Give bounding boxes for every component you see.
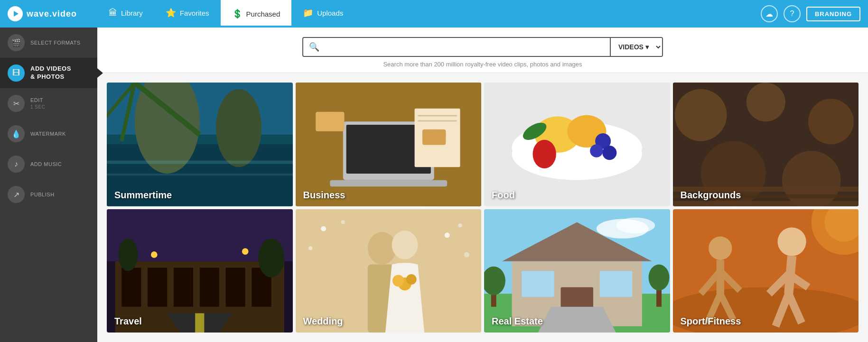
svg-point-30 [590,144,603,157]
svg-marker-78 [538,306,616,333]
tab-uploads[interactable]: 📁 Uploads [291,0,355,28]
grid-item-real-estate[interactable]: Real Estate [484,209,670,333]
svg-point-85 [709,236,732,259]
svg-point-29 [602,146,616,160]
grid-item-sport-fitness-label: Sport/Fitness [681,316,741,327]
search-row: 🔍 VIDEOS ▾ PHOTOS ALL [302,37,663,57]
search-icon: 🔍 [303,42,325,52]
tab-library-label: Library [121,9,143,17]
logo-text: wave.video [27,9,77,19]
header: wave.video 🏛 Library ⭐ Favorites 💲 Purch… [0,0,868,28]
grid-item-travel[interactable]: Travel [107,209,293,333]
svg-point-71 [616,217,655,233]
sidebar-item-add-videos[interactable]: 🎞 ADD VIDEOS& PHOTOS [0,58,97,88]
svg-rect-47 [226,268,245,306]
branding-button[interactable]: BRANDING [806,7,860,21]
grid-item-food-label: Food [492,190,515,201]
svg-rect-43 [121,268,141,306]
svg-point-27 [533,140,556,168]
svg-point-68 [392,275,404,287]
tab-purchased-label: Purchased [246,10,280,18]
sidebar-item-select-formats[interactable]: 🎬 SELECT FORMATS [0,28,97,58]
grid-item-sport-fitness[interactable]: Sport/Fitness [673,209,859,333]
help-button[interactable]: ? [784,5,801,22]
svg-rect-14 [330,180,447,187]
media-grid: Summertime [97,73,868,342]
add-videos-icon: 🎞 [8,65,25,82]
tab-purchased[interactable]: 💲 Purchased [221,0,292,28]
nav-tabs: 🏛 Library ⭐ Favorites 💲 Purchased 📁 Uplo… [97,0,355,28]
tab-favorites[interactable]: ⭐ Favorites [154,0,221,28]
svg-point-4 [216,89,261,167]
svg-point-55 [242,248,249,255]
purchased-icon: 💲 [232,9,243,19]
grid-item-summertime[interactable]: Summertime [107,83,293,206]
watermark-icon: 💧 [8,125,25,142]
svg-rect-16 [418,115,457,117]
svg-point-60 [321,226,326,231]
favorites-icon: ⭐ [166,8,176,18]
grid-item-business-label: Business [303,190,345,201]
grid-item-summertime-label: Summertime [114,190,172,201]
grid-item-travel-label: Travel [114,316,142,327]
svg-rect-44 [148,268,167,306]
svg-point-64 [308,246,312,250]
svg-rect-9 [107,174,293,176]
add-music-icon: ♪ [8,156,25,173]
svg-point-59 [392,231,418,259]
search-type-select[interactable]: VIDEOS ▾ PHOTOS ALL [610,38,662,56]
sidebar-item-edit-label: EDIT1 sec [30,97,45,111]
svg-point-50 [258,238,284,277]
grid-item-backgrounds[interactable]: Backgrounds [673,83,859,206]
header-right: ☁ ? BRANDING [761,5,868,22]
logo-icon [8,6,23,21]
svg-point-91 [777,227,806,256]
grid-item-food[interactable]: Food [484,83,670,206]
sidebar-item-publish-label: PUBLISH [30,191,55,198]
svg-point-51 [118,238,138,271]
svg-point-34 [746,83,785,121]
grid-item-real-estate-label: Real Estate [492,316,543,327]
svg-rect-40 [673,201,859,206]
sidebar-item-add-videos-label: ADD VIDEOS& PHOTOS [30,65,71,81]
grid-item-wedding-label: Wedding [303,316,343,327]
cloud-button[interactable]: ☁ [761,5,778,22]
svg-point-61 [341,220,345,224]
edit-icon: ✂ [8,95,25,112]
svg-point-82 [649,264,670,290]
logo-area: wave.video [0,6,97,21]
svg-point-67 [406,274,416,285]
sidebar-item-edit[interactable]: ✂ EDIT1 sec [0,88,97,119]
select-formats-icon: 🎬 [8,34,25,51]
svg-rect-21 [422,129,446,145]
svg-rect-46 [200,268,219,306]
tab-library[interactable]: 🏛 Library [97,0,154,28]
search-hint: Search more than 200 million royalty-fre… [383,61,582,68]
svg-point-62 [444,232,449,238]
grid-item-wedding[interactable]: Wedding [296,209,482,333]
svg-rect-19 [316,112,344,131]
sidebar-item-watermark[interactable]: 💧 WATERMARK [0,119,97,149]
library-icon: 🏛 [109,8,117,18]
sidebar-item-publish[interactable]: ↗ PUBLISH [0,179,97,210]
svg-rect-17 [418,120,457,122]
svg-point-57 [367,231,396,264]
svg-point-35 [808,99,853,144]
main-layout: 🎬 SELECT FORMATS 🎞 ADD VIDEOS& PHOTOS ✂ … [0,28,868,342]
svg-point-65 [464,252,469,257]
sidebar-item-watermark-label: WATERMARK [30,130,66,137]
tab-uploads-label: Uploads [317,9,343,17]
svg-point-54 [151,251,158,258]
tab-favorites-label: Favorites [180,9,209,17]
search-area: 🔍 VIDEOS ▾ PHOTOS ALL Search more than 2… [97,28,868,73]
uploads-icon: 📁 [303,8,313,18]
svg-rect-45 [174,268,193,306]
svg-rect-76 [522,271,554,297]
grid-item-backgrounds-label: Backgrounds [681,190,741,201]
sidebar-item-add-music-label: ADD MUSIC [30,161,62,167]
sidebar-item-add-music[interactable]: ♪ ADD MUSIC [0,149,97,179]
grid-item-business[interactable]: Business [296,83,482,206]
svg-rect-77 [600,271,633,297]
svg-rect-53 [195,313,204,333]
search-input[interactable] [325,38,610,56]
